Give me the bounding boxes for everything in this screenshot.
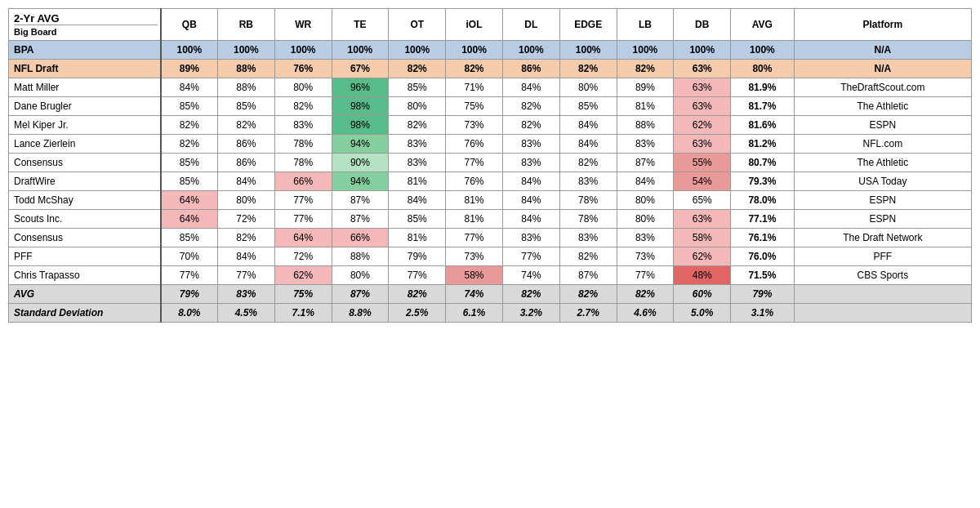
cell-value: 3.1% — [731, 304, 795, 323]
col-header-lb: LB — [617, 9, 674, 41]
cell-value: 82% — [617, 285, 674, 304]
cell-value: 71.5% — [731, 266, 795, 285]
cell-value: 63% — [674, 97, 731, 116]
table-row: Consensus85%82%64%66%81%77%83%83%83%58%7… — [9, 229, 972, 247]
cell-value: 78% — [274, 135, 332, 154]
cell-value: 82% — [161, 135, 218, 154]
row-label: Matt Miller — [9, 78, 161, 97]
cell-value: 77% — [161, 266, 218, 285]
cell-value: 73% — [446, 116, 503, 135]
cell-value: 77% — [502, 247, 559, 266]
cell-value: 77% — [274, 210, 332, 229]
cell-value: 54% — [674, 172, 731, 191]
cell-value: 75% — [446, 97, 503, 116]
cell-value: 84% — [217, 247, 274, 266]
cell-value: 77% — [446, 229, 503, 247]
cell-value: 87% — [559, 266, 617, 285]
cell-value: 78% — [559, 210, 617, 229]
cell-value: 74% — [502, 266, 559, 285]
cell-value: 81% — [446, 210, 503, 229]
row-label: Lance Zierlein — [9, 135, 161, 154]
cell-value: 85% — [389, 210, 446, 229]
cell-value: 83% — [389, 154, 446, 172]
cell-value: 72% — [274, 247, 332, 266]
cell-value: 100% — [217, 41, 274, 60]
cell-value: 84% — [502, 210, 559, 229]
cell-value: 75% — [274, 285, 332, 304]
cell-value: 83% — [502, 229, 559, 247]
cell-value: 4.5% — [217, 304, 274, 323]
table-row: Consensus85%86%78%90%83%77%83%82%87%55%8… — [9, 154, 972, 172]
cell-value: 89% — [617, 78, 674, 97]
col-header-platform: Platform — [794, 9, 971, 41]
cell-value: 78.0% — [731, 191, 795, 210]
table-row: DraftWire85%84%66%94%81%76%84%83%84%54%7… — [9, 172, 972, 191]
cell-value: 2.7% — [559, 304, 617, 323]
table-row: Standard Deviation8.0%4.5%7.1%8.8%2.5%6.… — [9, 304, 972, 323]
cell-value: 100% — [559, 41, 617, 60]
cell-value: 7.1% — [274, 304, 332, 323]
row-label: BPA — [9, 41, 161, 60]
cell-value: 77% — [617, 266, 674, 285]
cell-value: 76.1% — [731, 229, 795, 247]
cell-value: 62% — [674, 116, 731, 135]
cell-value: 100% — [674, 41, 731, 60]
cell-value: 64% — [274, 229, 332, 247]
col-header-iol: iOL — [446, 9, 503, 41]
cell-value: 82% — [446, 60, 503, 78]
cell-value: 80% — [217, 191, 274, 210]
cell-value: 88% — [617, 116, 674, 135]
row-label: Scouts Inc. — [9, 210, 161, 229]
row-label: Mel Kiper Jr. — [9, 116, 161, 135]
cell-value: 83% — [559, 172, 617, 191]
cell-value: 55% — [674, 154, 731, 172]
cell-value: 78% — [559, 191, 617, 210]
cell-value: 82% — [559, 154, 617, 172]
cell-value: 94% — [332, 172, 389, 191]
cell-value: 81% — [446, 191, 503, 210]
col-header-te: TE — [332, 9, 389, 41]
cell-value: 2.5% — [389, 304, 446, 323]
cell-value: 82% — [559, 60, 617, 78]
cell-value: 76% — [446, 135, 503, 154]
cell-value: 82% — [217, 116, 274, 135]
cell-value: TheDraftScout.com — [794, 78, 971, 97]
cell-value: 88% — [217, 60, 274, 78]
cell-value: 66% — [332, 229, 389, 247]
cell-value: 86% — [502, 60, 559, 78]
cell-value: 66% — [274, 172, 332, 191]
cell-value: 86% — [217, 154, 274, 172]
cell-value: 84% — [559, 116, 617, 135]
cell-value: 76.0% — [731, 247, 795, 266]
cell-value: 48% — [674, 266, 731, 285]
row-label: AVG — [9, 285, 161, 304]
cell-value: 77% — [274, 191, 332, 210]
table-row: BPA100%100%100%100%100%100%100%100%100%1… — [9, 41, 972, 60]
cell-value: 82% — [502, 97, 559, 116]
cell-value: 63% — [674, 210, 731, 229]
cell-value: 82% — [617, 60, 674, 78]
cell-value: 80% — [274, 78, 332, 97]
cell-value: 58% — [674, 229, 731, 247]
cell-value: 84% — [502, 191, 559, 210]
cell-value: 80% — [389, 97, 446, 116]
cell-value: 87% — [617, 154, 674, 172]
row-label: Standard Deviation — [9, 304, 161, 323]
cell-value: 84% — [559, 135, 617, 154]
cell-value: 83% — [389, 135, 446, 154]
row-label: Consensus — [9, 229, 161, 247]
cell-value: 81.2% — [731, 135, 795, 154]
cell-value: 83% — [274, 116, 332, 135]
cell-value: 62% — [274, 266, 332, 285]
cell-value: 76% — [274, 60, 332, 78]
row-label: Dane Brugler — [9, 97, 161, 116]
cell-value: 84% — [617, 172, 674, 191]
cell-value: CBS Sports — [794, 266, 971, 285]
cell-value: ESPN — [794, 116, 971, 135]
cell-value — [794, 285, 971, 304]
cell-value: 80% — [559, 78, 617, 97]
col-header-avg: AVG — [731, 9, 795, 41]
col-header-ot: OT — [389, 9, 446, 41]
cell-value: 81% — [617, 97, 674, 116]
cell-value: 80% — [617, 210, 674, 229]
